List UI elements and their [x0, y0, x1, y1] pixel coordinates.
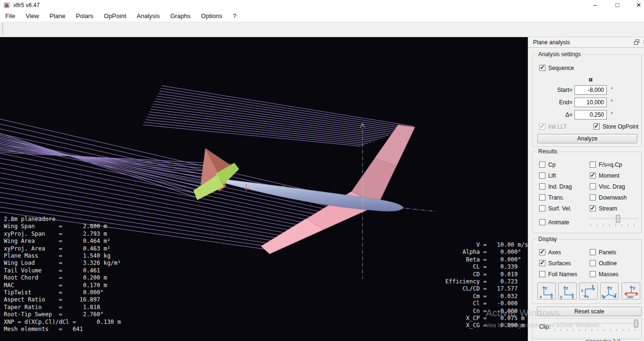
- masses-row[interactable]: Masses: [590, 271, 618, 278]
- delta-input[interactable]: [574, 110, 607, 120]
- sequence-checkbox-row[interactable]: Sequence: [539, 64, 574, 71]
- delta-label: Δ=: [565, 111, 573, 118]
- window-title: xflr5 v6.47: [13, 2, 40, 9]
- reset-scale-button[interactable]: Reset scale: [537, 307, 642, 316]
- menu-oppoint[interactable]: OpPoint: [99, 10, 131, 21]
- svg-text:180°: 180°: [627, 295, 634, 299]
- trans-checkbox[interactable]: [539, 194, 545, 201]
- init-llt-checkbox: [539, 123, 545, 130]
- start-label: Start=: [557, 87, 573, 93]
- maximize-button[interactable]: □: [606, 0, 628, 10]
- surf-vel-checkbox[interactable]: [539, 205, 545, 211]
- visc-drag-checkbox[interactable]: [590, 183, 596, 190]
- panels-checkbox[interactable]: [590, 249, 596, 255]
- delta-unit: °: [611, 111, 613, 117]
- fs-row[interactable]: F/s=q.Cp: [590, 161, 627, 168]
- cp-checkbox[interactable]: [539, 161, 545, 168]
- analysis-settings-group: Analysis settings Sequence α Start= ° En…: [532, 54, 642, 147]
- clip-slider[interactable]: [553, 320, 639, 333]
- svg-text:z: z: [581, 288, 583, 293]
- float-panel-icon[interactable]: [634, 40, 639, 45]
- init-llt-row: Init LLT: [539, 123, 567, 130]
- svg-text:z: z: [610, 286, 612, 291]
- lift-row[interactable]: Lift: [539, 172, 590, 179]
- clip-group: Clip:: [532, 318, 642, 339]
- trans-row[interactable]: Trans.: [539, 194, 590, 201]
- stream-checkbox[interactable]: [590, 205, 596, 211]
- svg-text:z: z: [545, 286, 547, 291]
- init-llt-label: Init LLT: [548, 123, 567, 130]
- results-group: Results Cp F/s=q.Cp Lift Moment Ind. Dra…: [532, 151, 642, 233]
- close-button[interactable]: ✕: [628, 0, 644, 10]
- alpha-symbol: α: [589, 76, 593, 83]
- foil-names-row[interactable]: Foil Names: [539, 271, 590, 278]
- view-iso-button[interactable]: zxy: [600, 282, 619, 300]
- cp-row[interactable]: Cp: [539, 161, 590, 168]
- results-title: Results: [536, 148, 559, 155]
- svg-text:y: y: [560, 294, 563, 299]
- minimize-button[interactable]: –: [584, 0, 606, 10]
- display-group: Display Axes Panels Surfaces Outline Foi…: [532, 239, 642, 304]
- menu-graphs[interactable]: Graphs: [165, 10, 196, 21]
- toolbar: 2.8m planeadore 2.8, 0,000: [0, 21, 644, 37]
- menu-bar: File View Plane Polars OpPoint Analysis …: [0, 10, 644, 21]
- svg-text:z: z: [566, 286, 568, 291]
- masses-checkbox[interactable]: [590, 271, 596, 277]
- surfaces-checkbox[interactable]: [539, 260, 545, 266]
- downwash-row[interactable]: Downwash: [590, 194, 627, 201]
- animate-speed-slider[interactable]: [590, 215, 638, 227]
- panel-header[interactable]: Plane analysis ✕: [528, 37, 644, 48]
- menu-polars[interactable]: Polars: [70, 10, 99, 21]
- app-icon: [3, 2, 10, 9]
- outline-checkbox[interactable]: [590, 260, 596, 266]
- ind-drag-checkbox[interactable]: [539, 183, 545, 190]
- moment-row[interactable]: Moment: [590, 172, 627, 179]
- store-oppoint-row[interactable]: Store OpPoint: [594, 123, 638, 130]
- axes-row[interactable]: Axes: [539, 249, 590, 256]
- svg-text:x: x: [540, 294, 542, 299]
- 3d-viewport[interactable]: x 2.8m planeadore Wing Span = 2.800 m xy…: [0, 37, 528, 341]
- menu-file[interactable]: File: [0, 10, 20, 21]
- start-field-row: Start= °: [533, 85, 642, 95]
- svg-text:y: y: [633, 285, 635, 290]
- view-side-button[interactable]: zyx: [558, 282, 577, 300]
- sequence-checkbox[interactable]: [539, 65, 545, 71]
- start-input[interactable]: [574, 85, 607, 95]
- delta-field-row: Δ= °: [533, 110, 642, 120]
- axes-checkbox[interactable]: [539, 249, 545, 255]
- surfaces-row[interactable]: Surfaces: [539, 260, 590, 267]
- animate-row[interactable]: Animate: [539, 219, 569, 226]
- plane-stats-text: 2.8m planeadore Wing Span = 2.800 m xyPr…: [4, 216, 121, 333]
- downwash-checkbox[interactable]: [590, 194, 596, 201]
- store-oppoint-checkbox[interactable]: [594, 123, 600, 130]
- svg-text:x: x: [587, 294, 589, 299]
- panels-row[interactable]: Panels: [590, 249, 618, 256]
- foil-names-checkbox[interactable]: [539, 271, 545, 277]
- outline-row[interactable]: Outline: [590, 260, 618, 267]
- lift-checkbox[interactable]: [539, 172, 545, 179]
- toolbar-handle[interactable]: [2, 23, 3, 35]
- stream-row[interactable]: Stream: [590, 205, 627, 212]
- svg-text:y: y: [592, 283, 594, 288]
- view-flip-180-button[interactable]: y180°: [622, 282, 640, 300]
- start-unit: °: [611, 86, 613, 92]
- menu-help[interactable]: ?: [228, 10, 242, 21]
- view-top-button[interactable]: yzx: [579, 282, 598, 300]
- visc-drag-row[interactable]: Visc. Drag: [590, 183, 627, 190]
- clip-label: Clip:: [539, 323, 551, 330]
- moment-checkbox[interactable]: [590, 172, 596, 179]
- menu-options[interactable]: Options: [196, 10, 228, 21]
- analyze-button[interactable]: Analyze: [537, 134, 637, 143]
- fs-checkbox[interactable]: [590, 161, 596, 168]
- menu-view[interactable]: View: [20, 10, 44, 21]
- menu-plane[interactable]: Plane: [44, 10, 70, 21]
- surf-vel-row[interactable]: Surf. Vel.: [539, 205, 590, 212]
- animate-checkbox[interactable]: [539, 219, 545, 225]
- view-front-button[interactable]: zxy: [537, 282, 556, 300]
- end-unit: °: [611, 99, 613, 104]
- oppoint-results-text: V = 10.00 m/s Alpha = 0.000° Beta = 0.00…: [445, 241, 528, 330]
- end-input[interactable]: [574, 98, 607, 107]
- menu-analysis[interactable]: Analysis: [131, 10, 165, 21]
- svg-text:x: x: [602, 293, 604, 298]
- ind-drag-row[interactable]: Ind. Drag: [539, 183, 590, 190]
